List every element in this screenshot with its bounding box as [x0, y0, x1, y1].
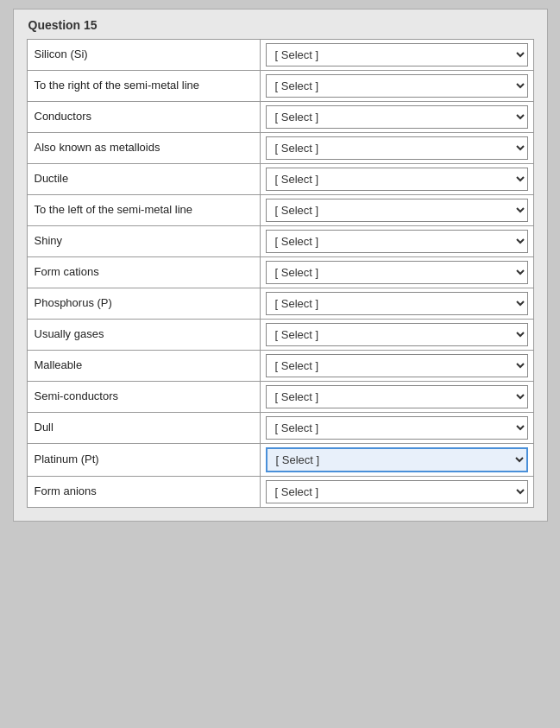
select-conductors[interactable]: [ Select ]MetalsNonmetalsMetalloids	[266, 105, 528, 129]
row-label-dull: Dull	[27, 413, 260, 444]
table-row: Also known as metalloids[ Select ]Metals…	[27, 133, 533, 164]
row-label-form-anions: Form anions	[27, 477, 260, 508]
row-label-phosphorus: Phosphorus (P)	[27, 288, 260, 320]
select-form-anions[interactable]: [ Select ]MetalsNonmetalsMetalloids	[266, 480, 528, 503]
table-row: To the left of the semi-metal line[ Sele…	[27, 195, 533, 226]
select-silicon[interactable]: [ Select ]MetalsNonmetalsMetalloids	[266, 43, 528, 66]
select-left-semimetal[interactable]: [ Select ]MetalsNonmetalsMetalloids	[266, 199, 528, 222]
row-label-shiny: Shiny	[27, 226, 260, 257]
table-row: Malleable[ Select ]MetalsNonmetalsMetall…	[27, 351, 533, 382]
table-row: To the right of the semi-metal line[ Sel…	[27, 71, 533, 102]
row-select-cell-form-anions: [ Select ]MetalsNonmetalsMetalloids	[260, 477, 533, 508]
select-right-semimetal[interactable]: [ Select ]MetalsNonmetalsMetalloids	[266, 74, 528, 98]
select-metalloids[interactable]: [ Select ]MetalsNonmetalsMetalloids	[266, 136, 528, 160]
row-select-cell-semi-conductors: [ Select ]MetalsNonmetalsMetalloids	[260, 382, 533, 413]
row-label-semi-conductors: Semi-conductors	[27, 382, 260, 413]
table-row: Ductile[ Select ]MetalsNonmetalsMetalloi…	[27, 164, 533, 195]
row-select-cell-conductors: [ Select ]MetalsNonmetalsMetalloids	[260, 102, 533, 133]
row-select-cell-malleable: [ Select ]MetalsNonmetalsMetalloids	[260, 351, 533, 382]
select-platinum[interactable]: [ Select ]MetalsNonmetalsMetalloids	[266, 447, 528, 472]
table-row: Form anions[ Select ]MetalsNonmetalsMeta…	[27, 477, 533, 508]
row-label-form-cations: Form cations	[27, 257, 260, 288]
row-label-ductile: Ductile	[27, 164, 260, 195]
row-select-cell-form-cations: [ Select ]MetalsNonmetalsMetalloids	[260, 257, 533, 288]
table-row: Conductors[ Select ]MetalsNonmetalsMetal…	[27, 102, 533, 133]
select-ductile[interactable]: [ Select ]MetalsNonmetalsMetalloids	[266, 168, 528, 191]
select-dull[interactable]: [ Select ]MetalsNonmetalsMetalloids	[266, 416, 528, 440]
select-form-cations[interactable]: [ Select ]MetalsNonmetalsMetalloids	[266, 261, 528, 284]
row-select-cell-dull: [ Select ]MetalsNonmetalsMetalloids	[260, 413, 533, 444]
page-wrapper: Question 15 Silicon (Si)[ Select ]Metals…	[13, 9, 548, 522]
row-label-malleable: Malleable	[27, 351, 260, 382]
row-select-cell-silicon: [ Select ]MetalsNonmetalsMetalloids	[260, 40, 533, 71]
select-phosphorus[interactable]: [ Select ]MetalsNonmetalsMetalloids	[266, 292, 528, 315]
select-shiny[interactable]: [ Select ]MetalsNonmetalsMetalloids	[266, 230, 528, 253]
table-row: Platinum (Pt)[ Select ]MetalsNonmetalsMe…	[27, 444, 533, 477]
row-label-right-semimetal: To the right of the semi-metal line	[27, 71, 260, 102]
row-select-cell-right-semimetal: [ Select ]MetalsNonmetalsMetalloids	[260, 71, 533, 102]
table-row: Usually gases[ Select ]MetalsNonmetalsMe…	[27, 320, 533, 351]
question-table: Silicon (Si)[ Select ]MetalsNonmetalsMet…	[27, 39, 534, 508]
table-row: Shiny[ Select ]MetalsNonmetalsMetalloids	[27, 226, 533, 257]
table-row: Semi-conductors[ Select ]MetalsNonmetals…	[27, 382, 533, 413]
table-row: Dull[ Select ]MetalsNonmetalsMetalloids	[27, 413, 533, 444]
row-select-cell-platinum: [ Select ]MetalsNonmetalsMetalloids	[260, 444, 533, 477]
row-select-cell-phosphorus: [ Select ]MetalsNonmetalsMetalloids	[260, 288, 533, 320]
select-malleable[interactable]: [ Select ]MetalsNonmetalsMetalloids	[266, 354, 528, 377]
row-label-platinum: Platinum (Pt)	[27, 444, 260, 477]
table-row: Phosphorus (P)[ Select ]MetalsNonmetalsM…	[27, 288, 533, 320]
row-label-usually-gases: Usually gases	[27, 320, 260, 351]
row-label-silicon: Silicon (Si)	[27, 40, 260, 71]
row-select-cell-left-semimetal: [ Select ]MetalsNonmetalsMetalloids	[260, 195, 533, 226]
table-row: Form cations[ Select ]MetalsNonmetalsMet…	[27, 257, 533, 288]
question-title: Question 15	[27, 18, 534, 32]
row-label-left-semimetal: To the left of the semi-metal line	[27, 195, 260, 226]
row-label-metalloids: Also known as metalloids	[27, 133, 260, 164]
select-usually-gases[interactable]: [ Select ]MetalsNonmetalsMetalloids	[266, 323, 528, 346]
row-select-cell-shiny: [ Select ]MetalsNonmetalsMetalloids	[260, 226, 533, 257]
row-label-conductors: Conductors	[27, 102, 260, 133]
row-select-cell-usually-gases: [ Select ]MetalsNonmetalsMetalloids	[260, 320, 533, 351]
row-select-cell-metalloids: [ Select ]MetalsNonmetalsMetalloids	[260, 133, 533, 164]
table-row: Silicon (Si)[ Select ]MetalsNonmetalsMet…	[27, 40, 533, 71]
select-semi-conductors[interactable]: [ Select ]MetalsNonmetalsMetalloids	[266, 385, 528, 408]
row-select-cell-ductile: [ Select ]MetalsNonmetalsMetalloids	[260, 164, 533, 195]
